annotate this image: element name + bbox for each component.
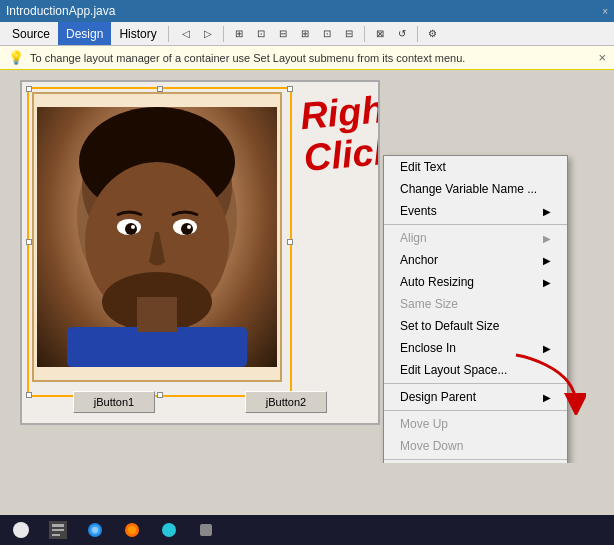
menu-separator-4 <box>417 26 418 42</box>
toolbar-icon-9[interactable]: ⊠ <box>370 24 390 44</box>
toolbar-icon-4[interactable]: ⊡ <box>251 24 271 44</box>
ctx-label: Edit Layout Space... <box>400 363 507 377</box>
svg-rect-11 <box>67 327 247 367</box>
svg-rect-16 <box>52 529 64 531</box>
taskbar <box>0 515 614 545</box>
svg-point-13 <box>13 522 29 538</box>
toolbar-icon-3[interactable]: ⊞ <box>229 24 249 44</box>
ctx-label: Same Size <box>400 297 458 311</box>
ctx-label: Change Variable Name ... <box>400 182 537 196</box>
toolbar-icon-6[interactable]: ⊞ <box>295 24 315 44</box>
ctx-label: Edit Text <box>400 160 446 174</box>
right-click-text: Right Click <box>299 88 380 180</box>
info-icon: 💡 <box>8 50 24 65</box>
ctx-item-change-variable-name-[interactable]: Change Variable Name ... <box>384 178 567 200</box>
menu-history[interactable]: History <box>111 22 164 45</box>
svg-rect-24 <box>200 524 212 536</box>
ctx-separator-16 <box>384 459 567 460</box>
ctx-arrow-icon: ▶ <box>543 233 551 244</box>
ctx-label: Auto Resizing <box>400 275 474 289</box>
ctx-label: Move Up <box>400 417 448 431</box>
toolbar-icon-2[interactable]: ▷ <box>198 24 218 44</box>
ctx-separator-3 <box>384 224 567 225</box>
ctx-item-edit-text[interactable]: Edit Text <box>384 156 567 178</box>
toolbar-icon-10[interactable]: ↺ <box>392 24 412 44</box>
svg-point-23 <box>162 523 176 537</box>
ctx-item-align: Align▶ <box>384 227 567 249</box>
tab-close-icon[interactable]: × <box>602 6 608 17</box>
info-close-button[interactable]: × <box>598 50 606 65</box>
taskbar-firefox-icon[interactable] <box>121 519 143 541</box>
toolbar-icons: ◁ ▷ ⊞ ⊡ ⊟ ⊞ ⊡ ⊟ ⊠ ↺ ⚙ <box>176 24 443 44</box>
toolbar-icon-5[interactable]: ⊟ <box>273 24 293 44</box>
toolbar-icon-8[interactable]: ⊟ <box>339 24 359 44</box>
ctx-arrow-icon: ▶ <box>543 206 551 217</box>
svg-rect-15 <box>52 524 64 527</box>
design-area: Right Click jButton1 jButton2 Edit TextC… <box>0 70 614 463</box>
menu-separator-2 <box>223 26 224 42</box>
ctx-item-move-down: Move Down <box>384 435 567 457</box>
ctx-item-move-up: Move Up <box>384 413 567 435</box>
menu-design[interactable]: Design <box>58 22 111 45</box>
form-panel: Right Click jButton1 jButton2 <box>20 80 380 425</box>
svg-point-9 <box>187 225 191 229</box>
ctx-label: Align <box>400 231 427 245</box>
taskbar-app-icon[interactable] <box>158 519 180 541</box>
svg-point-7 <box>181 223 193 235</box>
taskbar-search-icon[interactable] <box>47 519 69 541</box>
ctx-label: Enclose In <box>400 341 456 355</box>
ctx-arrow-icon: ▶ <box>543 255 551 266</box>
ctx-label: Anchor <box>400 253 438 267</box>
handle-middle-right[interactable] <box>287 239 293 245</box>
ctx-label: Set to Default Size <box>400 319 499 333</box>
svg-point-8 <box>131 225 135 229</box>
ctx-label: Events <box>400 204 437 218</box>
jbutton1[interactable]: jButton1 <box>73 391 155 413</box>
context-menu: Edit TextChange Variable Name ...Events▶… <box>383 155 568 463</box>
handle-top-right[interactable] <box>287 86 293 92</box>
buttons-row: jButton1 jButton2 <box>32 391 368 413</box>
taskbar-misc-icon[interactable] <box>195 519 217 541</box>
arrow-indicator <box>506 345 586 415</box>
toolbar-icon-settings[interactable]: ⚙ <box>423 24 443 44</box>
taskbar-windows-icon[interactable] <box>10 519 32 541</box>
right-click-line2: Click <box>302 130 380 180</box>
ctx-item-set-to-default-size[interactable]: Set to Default Size <box>384 315 567 337</box>
info-text: To change layout manager of a container … <box>30 52 465 64</box>
jbutton2[interactable]: jButton2 <box>245 391 327 413</box>
info-bar: 💡 To change layout manager of a containe… <box>0 46 614 70</box>
ctx-item-cut[interactable]: Cut <box>384 462 567 463</box>
photo-container <box>32 92 282 382</box>
menu-separator-1 <box>168 26 169 42</box>
toolbar-icon-7[interactable]: ⊡ <box>317 24 337 44</box>
menu-source[interactable]: Source <box>4 22 58 45</box>
svg-point-6 <box>125 223 137 235</box>
toolbar-icon-1[interactable]: ◁ <box>176 24 196 44</box>
svg-rect-17 <box>52 534 60 536</box>
ctx-label: Design Parent <box>400 390 476 404</box>
menu-separator-3 <box>364 26 365 42</box>
ctx-item-anchor[interactable]: Anchor▶ <box>384 249 567 271</box>
title-bar: IntroductionApp.java × <box>0 0 614 22</box>
taskbar-browser-icon[interactable] <box>84 519 106 541</box>
ctx-item-events[interactable]: Events▶ <box>384 200 567 222</box>
svg-rect-12 <box>137 297 177 332</box>
tab-label: IntroductionApp.java <box>6 4 598 18</box>
ctx-item-same-size: Same Size <box>384 293 567 315</box>
svg-point-22 <box>128 526 136 534</box>
ctx-arrow-icon: ▶ <box>543 277 551 288</box>
ctx-item-auto-resizing[interactable]: Auto Resizing▶ <box>384 271 567 293</box>
person-photo <box>37 107 277 367</box>
face-svg <box>37 107 277 367</box>
ctx-label: Move Down <box>400 439 463 453</box>
svg-point-20 <box>92 527 98 533</box>
menu-bar: Source Design History ◁ ▷ ⊞ ⊡ ⊟ ⊞ ⊡ ⊟ ⊠ … <box>0 22 614 46</box>
